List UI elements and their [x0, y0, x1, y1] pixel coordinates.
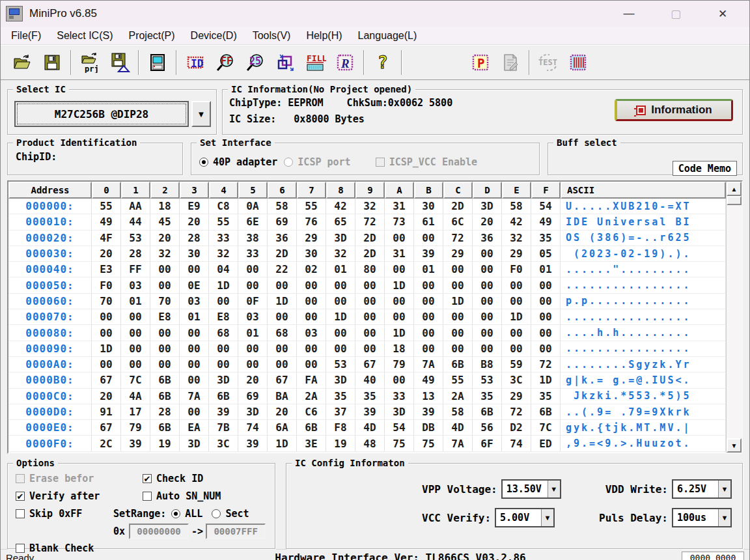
hex-byte-cell[interactable]: 00 — [355, 341, 385, 357]
hex-byte-cell[interactable]: 00 — [180, 341, 209, 357]
hex-byte-cell[interactable]: 6B — [150, 389, 180, 404]
hex-byte-cell[interactable]: 72 — [531, 357, 561, 372]
hex-byte-cell[interactable]: 3D — [326, 372, 355, 388]
hex-byte-cell[interactable]: 20 — [92, 246, 121, 262]
tab-code-memo[interactable]: Code Memo — [673, 161, 737, 176]
hex-byte-cell[interactable]: 3D — [209, 372, 238, 388]
hex-byte-cell[interactable]: 6B — [473, 404, 502, 420]
hex-byte-cell[interactable]: 35 — [355, 389, 385, 404]
scroll-down-button[interactable]: ▼ — [727, 438, 742, 453]
hex-byte-cell[interactable]: 6A — [268, 420, 297, 436]
hex-byte-cell[interactable]: 00 — [150, 277, 180, 293]
hex-byte-cell[interactable]: 6B — [443, 357, 473, 372]
hex-byte-cell[interactable]: BA — [268, 389, 297, 404]
hex-byte-cell[interactable]: 3D — [238, 404, 268, 420]
hex-byte-cell[interactable]: 2D — [355, 246, 385, 262]
hex-byte-cell[interactable]: 00 — [297, 309, 326, 325]
hex-byte-cell[interactable]: 7A — [443, 436, 473, 451]
hex-byte-cell[interactable]: 28 — [180, 231, 209, 246]
hex-byte-cell[interactable]: 00 — [297, 294, 326, 309]
hex-byte-cell[interactable]: 00 — [414, 277, 443, 293]
hex-byte-cell[interactable]: 39 — [238, 436, 268, 451]
hex-ascii-cell[interactable]: IDE Universal BI — [561, 214, 726, 230]
open-file-button[interactable] — [7, 48, 37, 77]
hex-byte-cell[interactable]: C8 — [209, 199, 238, 214]
hex-byte-cell[interactable]: 42 — [326, 199, 355, 214]
hex-byte-cell[interactable]: 36 — [473, 231, 502, 246]
hex-byte-cell[interactable]: 00 — [150, 341, 180, 357]
hex-byte-cell[interactable]: EA — [180, 420, 209, 436]
hex-byte-cell[interactable]: 00 — [121, 309, 150, 325]
hex-byte-cell[interactable]: 67 — [355, 357, 385, 372]
fill-buffer-button[interactable]: FILL — [300, 48, 330, 77]
radio-range-sect[interactable]: Sect — [212, 508, 249, 520]
scroll-up-button[interactable]: ▲ — [727, 182, 742, 196]
hex-byte-cell[interactable]: 03 — [121, 277, 150, 293]
hex-byte-cell[interactable]: 53 — [473, 372, 502, 388]
hex-byte-cell[interactable]: 35 — [531, 231, 561, 246]
hex-byte-cell[interactable]: B8 — [473, 357, 502, 372]
hex-byte-cell[interactable]: 03 — [297, 325, 326, 341]
hex-byte-cell[interactable]: 80 — [355, 262, 385, 277]
hex-byte-cell[interactable]: 0A — [238, 199, 268, 214]
hex-byte-cell[interactable]: 33 — [238, 246, 268, 262]
hex-byte-cell[interactable]: 00 — [531, 294, 561, 309]
menu-item-select-ic-s[interactable]: Select IC(S) — [49, 29, 120, 43]
radio-40p-adapter[interactable]: 40P adapter — [199, 156, 277, 168]
hex-byte-cell[interactable]: 39 — [414, 246, 443, 262]
hex-byte-cell[interactable]: 00 — [121, 357, 150, 372]
hex-byte-cell[interactable]: 00 — [473, 325, 502, 341]
hex-byte-cell[interactable]: D2 — [502, 420, 531, 436]
hex-byte-cell[interactable]: 2A — [297, 389, 326, 404]
hex-byte-cell[interactable]: 33 — [209, 231, 238, 246]
hex-byte-cell[interactable]: 00 — [502, 294, 531, 309]
hex-byte-cell[interactable]: 76 — [297, 214, 326, 230]
hex-byte-cell[interactable]: 75 — [385, 436, 414, 451]
hex-byte-cell[interactable]: 29 — [502, 389, 531, 404]
hex-ascii-cell[interactable]: ........Sgyzk.Yr — [561, 357, 726, 372]
hex-byte-cell[interactable]: 00 — [297, 357, 326, 372]
hex-byte-cell[interactable]: 00 — [502, 325, 531, 341]
hex-ascii-cell[interactable]: ................ — [561, 341, 726, 357]
chevron-down-icon[interactable]: ▼ — [718, 481, 730, 497]
hex-byte-cell[interactable]: 22 — [268, 262, 297, 277]
hex-byte-cell[interactable]: 3E — [297, 436, 326, 451]
hex-byte-cell[interactable]: 30 — [180, 246, 209, 262]
hex-byte-cell[interactable]: 29 — [502, 246, 531, 262]
hex-byte-cell[interactable]: 00 — [355, 325, 385, 341]
program-chip-button[interactable]: P — [465, 48, 495, 77]
menu-item-help-h[interactable]: Help(H) — [298, 29, 350, 43]
hex-byte-cell[interactable]: 32 — [326, 246, 355, 262]
chevron-down-icon[interactable]: ▼ — [548, 481, 560, 497]
hex-byte-cell[interactable]: 67 — [92, 420, 121, 436]
hex-byte-cell[interactable]: 28 — [121, 246, 150, 262]
hex-byte-cell[interactable]: 00 — [473, 277, 502, 293]
hex-byte-cell[interactable]: 2D — [355, 231, 385, 246]
hex-byte-cell[interactable]: 00 — [209, 341, 238, 357]
hex-byte-cell[interactable]: 00 — [355, 309, 385, 325]
save-project-button[interactable] — [105, 48, 135, 77]
hex-byte-cell[interactable]: 79 — [121, 420, 150, 436]
hex-ascii-cell[interactable]: ,9.=<9.>.Huuzot. — [561, 436, 726, 451]
hex-byte-cell[interactable]: 4D — [443, 420, 473, 436]
chip-id-button[interactable]: ID — [180, 48, 210, 77]
hex-byte-cell[interactable]: 31 — [385, 199, 414, 214]
hex-byte-cell[interactable]: 48 — [355, 436, 385, 451]
hex-byte-cell[interactable]: 00 — [238, 357, 268, 372]
hex-ascii-cell[interactable]: ................ — [561, 277, 726, 293]
hex-byte-cell[interactable]: 00 — [385, 262, 414, 277]
hex-ascii-cell[interactable]: Jkzki.*553.*5)5 — [561, 389, 726, 404]
hex-byte-cell[interactable]: 74 — [502, 436, 531, 451]
hex-byte-cell[interactable]: 29 — [297, 231, 326, 246]
hex-byte-cell[interactable]: 6C — [443, 214, 473, 230]
hex-byte-cell[interactable]: 32 — [355, 199, 385, 214]
hex-byte-cell[interactable]: 00 — [268, 309, 297, 325]
hex-byte-cell[interactable]: 54 — [531, 199, 561, 214]
hex-byte-cell[interactable]: 38 — [238, 231, 268, 246]
hex-byte-cell[interactable]: 58 — [443, 404, 473, 420]
hex-byte-cell[interactable]: 00 — [326, 294, 355, 309]
copy-buffer-button[interactable] — [270, 48, 300, 77]
hex-byte-cell[interactable]: 67 — [92, 372, 121, 388]
hex-byte-cell[interactable]: F8 — [326, 420, 355, 436]
hex-byte-cell[interactable]: 20 — [150, 231, 180, 246]
